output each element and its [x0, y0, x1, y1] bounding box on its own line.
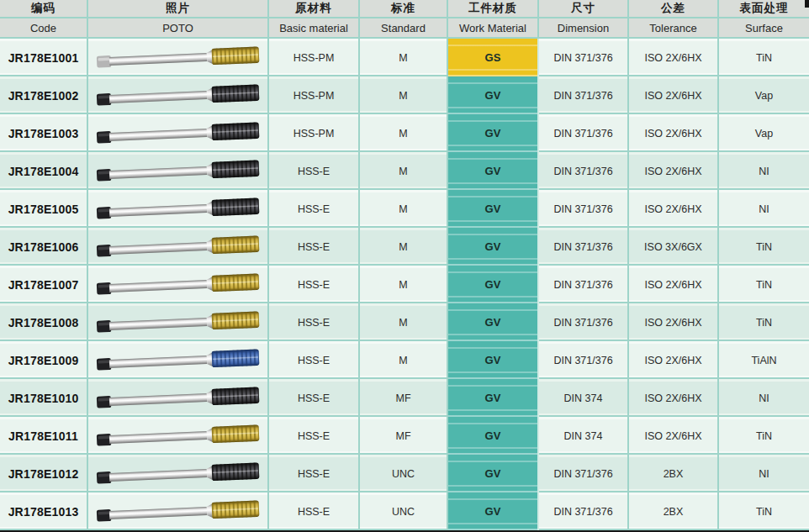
cell-dimension: DIN 374	[539, 417, 629, 455]
cell-code: JR178E1009	[0, 341, 88, 379]
cell-photo	[88, 190, 269, 228]
cell-tolerance: 2BX	[629, 455, 719, 492]
tap-image	[94, 80, 262, 112]
cell-dimension: DIN 371/376	[539, 303, 629, 341]
cell-photo	[88, 341, 269, 379]
cell-code: JR178E1010	[0, 379, 88, 417]
table-header-row-en: Code POTO Basic material Standard Work M…	[0, 18, 809, 39]
header-dimension-zh: 尺寸	[539, 0, 629, 18]
cell-dimension: DIN 371/376	[539, 114, 629, 152]
tap-photo	[94, 118, 262, 150]
cell-standard: M	[360, 114, 448, 152]
header-surface-zh: 表面处理	[719, 0, 809, 18]
cell-photo	[88, 228, 269, 266]
tap-image	[94, 307, 262, 339]
cell-photo	[88, 114, 269, 152]
cell-photo	[88, 417, 269, 455]
cell-basic-material: HSS-E	[269, 266, 360, 303]
cell-tolerance: ISO 2X/6HX	[629, 114, 719, 152]
cell-work-material: GV	[448, 266, 539, 303]
cell-basic-material: HSS-E	[269, 303, 360, 341]
cell-dimension: DIN 371/376	[539, 152, 629, 190]
cell-photo	[88, 39, 269, 76]
cell-work-material: GV	[448, 152, 539, 190]
table-row: JR178E1002 HSS-PM M GV DIN 371/376 ISO 2…	[0, 76, 809, 114]
cell-standard: M	[360, 303, 448, 341]
cell-tolerance: ISO 3X/6GX	[629, 228, 719, 266]
cell-work-material: GV	[448, 190, 539, 228]
cell-surface: TiN	[719, 492, 809, 530]
cell-dimension: DIN 371/376	[539, 455, 629, 492]
cell-standard: MF	[360, 417, 448, 455]
header-surface-en: Surface	[719, 18, 809, 39]
table-row: JR178E1011 HSS-E MF GV DIN 374 ISO 2X/6H…	[0, 417, 809, 455]
cell-standard: UNC	[360, 455, 448, 492]
cell-surface: NI	[719, 190, 809, 228]
tap-image	[94, 458, 262, 490]
cell-work-material: GS	[448, 39, 539, 76]
cell-tolerance: ISO 2X/6HX	[629, 190, 719, 228]
cell-tolerance: ISO 2X/6HX	[629, 417, 719, 455]
table-row: JR178E1003 HSS-PM M GV DIN 371/376 ISO 2…	[0, 114, 809, 152]
cell-standard: UNC	[360, 492, 448, 530]
cell-dimension: DIN 371/376	[539, 341, 629, 379]
cell-basic-material: HSS-E	[269, 190, 360, 228]
cell-surface: Vap	[719, 114, 809, 152]
cell-surface: NI	[719, 455, 809, 492]
table-row: JR178E1009 HSS-E M GV DIN 371/376 ISO 2X…	[0, 341, 809, 379]
table-row: JR178E1007 HSS-E M GV DIN 371/376 ISO 2X…	[0, 266, 809, 303]
cell-code: JR178E1013	[0, 492, 88, 530]
header-tolerance-zh: 公差	[629, 0, 719, 18]
table-row: JR178E1001 HSS-PM M GS DIN 371/376 ISO 2…	[0, 39, 809, 76]
cell-surface: TiN	[719, 303, 809, 341]
tap-image	[94, 193, 262, 225]
cell-code: JR178E1006	[0, 228, 88, 266]
cell-standard: M	[360, 190, 448, 228]
cell-standard: M	[360, 266, 448, 303]
tap-image	[94, 269, 262, 301]
cell-code: JR178E1004	[0, 152, 88, 190]
cell-basic-material: HSS-PM	[269, 39, 360, 76]
header-photo-en: POTO	[88, 18, 269, 39]
cell-tolerance: ISO 2X/6HX	[629, 341, 719, 379]
cell-code: JR178E1008	[0, 303, 88, 341]
tap-image	[94, 382, 262, 414]
cell-photo	[88, 492, 269, 530]
header-work-material-en: Work Material	[448, 18, 539, 39]
cell-basic-material: HSS-E	[269, 152, 360, 190]
cell-work-material: GV	[448, 114, 539, 152]
table-row: JR178E1012 HSS-E UNC GV DIN 371/376 2BX …	[0, 455, 809, 492]
tap-photo	[94, 345, 262, 377]
tap-image	[94, 420, 262, 452]
cell-standard: M	[360, 152, 448, 190]
cell-dimension: DIN 371/376	[539, 228, 629, 266]
cell-dimension: DIN 371/376	[539, 492, 629, 530]
tap-photo	[94, 382, 262, 414]
cell-code: JR178E1002	[0, 76, 88, 114]
cell-basic-material: HSS-E	[269, 379, 360, 417]
cell-tolerance: ISO 2X/6HX	[629, 303, 719, 341]
header-basic-material-en: Basic material	[269, 18, 360, 39]
cell-dimension: DIN 371/376	[539, 39, 629, 76]
cell-tolerance: 2BX	[629, 492, 719, 530]
cell-work-material: GV	[448, 228, 539, 266]
cell-photo	[88, 76, 269, 114]
cell-tolerance: ISO 2X/6HX	[629, 76, 719, 114]
cell-tolerance: ISO 2X/6HX	[629, 39, 719, 76]
cell-photo	[88, 152, 269, 190]
tap-photo	[94, 496, 262, 528]
cell-surface: TiN	[719, 417, 809, 455]
header-work-material-zh: 工件材质	[448, 0, 539, 18]
cell-work-material: GV	[448, 303, 539, 341]
tap-photo	[94, 420, 262, 452]
cell-surface: TiAlN	[719, 341, 809, 379]
cell-surface: Vap	[719, 76, 809, 114]
cell-code: JR178E1007	[0, 266, 88, 303]
tap-image	[94, 42, 262, 74]
tap-image	[94, 231, 262, 263]
tap-image	[94, 496, 262, 528]
cell-dimension: DIN 371/376	[539, 266, 629, 303]
header-standard-zh: 标准	[360, 0, 448, 18]
cell-code: JR178E1011	[0, 417, 88, 455]
cell-surface: NI	[719, 152, 809, 190]
